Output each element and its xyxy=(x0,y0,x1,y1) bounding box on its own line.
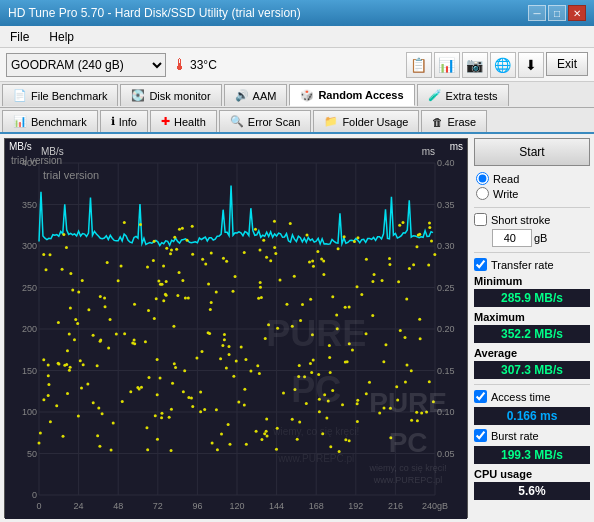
divider-2 xyxy=(474,252,590,253)
burst-rate-value: 199.3 MB/s xyxy=(474,446,590,464)
tabs-row1: 📄 File Benchmark 💽 Disk monitor 🔊 AAM 🎲 … xyxy=(0,82,594,108)
extra-tests-icon: 🧪 xyxy=(428,89,442,102)
tab-folder-usage-label: Folder Usage xyxy=(342,116,408,128)
thermometer-icon: 🌡 xyxy=(172,56,188,74)
transfer-rate-checkbox[interactable] xyxy=(474,258,487,271)
toolbar-icon-2[interactable]: 📊 xyxy=(434,52,460,78)
trial-watermark: trial version xyxy=(11,155,62,166)
access-time-value: 0.166 ms xyxy=(474,407,590,425)
temperature-display: 🌡 33°C xyxy=(172,56,217,74)
avg-stat: Average 307.3 MB/s xyxy=(474,347,590,379)
short-stroke-label[interactable]: Short stroke xyxy=(474,213,590,226)
max-label: Maximum xyxy=(474,311,590,323)
short-stroke-group: Short stroke gB xyxy=(474,213,590,247)
tab-erase[interactable]: 🗑 Erase xyxy=(421,110,487,132)
info-icon: ℹ xyxy=(111,115,115,128)
tab-aam-label: AAM xyxy=(253,90,277,102)
close-button[interactable]: ✕ xyxy=(568,5,586,21)
tab-benchmark-label: Benchmark xyxy=(31,116,87,128)
tab-extra-tests-label: Extra tests xyxy=(446,90,498,102)
tab-erase-label: Erase xyxy=(447,116,476,128)
menu-file[interactable]: File xyxy=(4,28,35,46)
transfer-rate-label[interactable]: Transfer rate xyxy=(474,258,590,271)
tab-folder-usage[interactable]: 📁 Folder Usage xyxy=(313,110,419,132)
menu-bar: File Help xyxy=(0,26,594,48)
folder-usage-icon: 📁 xyxy=(324,115,338,128)
transfer-rate-group: Transfer rate xyxy=(474,258,590,271)
disk-monitor-icon: 💽 xyxy=(131,89,145,102)
window-controls: ─ □ ✕ xyxy=(528,5,586,21)
tab-file-benchmark[interactable]: 📄 File Benchmark xyxy=(2,84,118,106)
tab-file-benchmark-label: File Benchmark xyxy=(31,90,107,102)
window-title: HD Tune Pro 5.70 - Hard Disk/SSD Utility… xyxy=(8,6,301,20)
toolbar-icon-1[interactable]: 📋 xyxy=(406,52,432,78)
burst-rate-group: Burst rate xyxy=(474,429,590,442)
access-time-group: Access time xyxy=(474,390,590,403)
min-label: Minimum xyxy=(474,275,590,287)
mode-radio-group: Read Write xyxy=(474,170,590,202)
tab-info-label: Info xyxy=(119,116,137,128)
aam-icon: 🔊 xyxy=(235,89,249,102)
divider-1 xyxy=(474,207,590,208)
cpu-label: CPU usage xyxy=(474,468,590,480)
tab-extra-tests[interactable]: 🧪 Extra tests xyxy=(417,84,509,106)
divider-3 xyxy=(474,384,590,385)
write-radio[interactable] xyxy=(476,187,489,200)
erase-icon: 🗑 xyxy=(432,116,443,128)
burst-rate-checkbox-label[interactable]: Burst rate xyxy=(474,429,590,442)
cpu-value: 5.6% xyxy=(474,482,590,500)
temperature-value: 33°C xyxy=(190,58,217,72)
tabs-row2: 📊 Benchmark ℹ Info ✚ Health 🔍 Error Scan… xyxy=(0,108,594,134)
logo-watermark: PURE PC wiemy, co się kręci! www.PUREPC.… xyxy=(369,383,447,487)
avg-value: 307.3 MB/s xyxy=(474,361,590,379)
y-axis-right-label: ms xyxy=(450,141,463,152)
main-content: MB/s ms trial version PURE PC wiemy, co … xyxy=(0,134,594,522)
maximize-button[interactable]: □ xyxy=(548,5,566,21)
max-stat: Maximum 352.2 MB/s xyxy=(474,311,590,343)
toolbar-icons: 📋 📊 📷 🌐 ⬇ Exit xyxy=(406,52,588,78)
cpu-stat: CPU usage 5.6% xyxy=(474,468,590,500)
menu-help[interactable]: Help xyxy=(43,28,80,46)
tab-benchmark[interactable]: 📊 Benchmark xyxy=(2,110,98,132)
spinbox-row: gB xyxy=(492,229,590,247)
write-radio-label[interactable]: Write xyxy=(476,187,588,200)
tab-error-scan[interactable]: 🔍 Error Scan xyxy=(219,110,312,132)
error-scan-icon: 🔍 xyxy=(230,115,244,128)
min-value: 285.9 MB/s xyxy=(474,289,590,307)
tab-info[interactable]: ℹ Info xyxy=(100,110,148,132)
gb-label: gB xyxy=(534,232,547,244)
avg-label: Average xyxy=(474,347,590,359)
min-stat: Minimum 285.9 MB/s xyxy=(474,275,590,307)
disk-selector[interactable]: GOODRAM (240 gB) xyxy=(6,53,166,77)
chart-area: MB/s ms trial version PURE PC wiemy, co … xyxy=(4,138,468,518)
toolbar-icon-3[interactable]: 📷 xyxy=(462,52,488,78)
random-access-icon: 🎲 xyxy=(300,89,314,102)
tab-random-access[interactable]: 🎲 Random Access xyxy=(289,84,414,106)
tab-disk-monitor[interactable]: 💽 Disk monitor xyxy=(120,84,221,106)
benchmark-icon: 📊 xyxy=(13,115,27,128)
read-radio[interactable] xyxy=(476,172,489,185)
toolbar-icon-5[interactable]: ⬇ xyxy=(518,52,544,78)
minimize-button[interactable]: ─ xyxy=(528,5,546,21)
tab-health[interactable]: ✚ Health xyxy=(150,110,217,132)
access-time-checkbox-label[interactable]: Access time xyxy=(474,390,590,403)
exit-button[interactable]: Exit xyxy=(546,52,588,76)
right-panel: Start Read Write Short stroke gB xyxy=(474,138,590,518)
toolbar: GOODRAM (240 gB) 🌡 33°C 📋 📊 📷 🌐 ⬇ Exit xyxy=(0,48,594,82)
burst-rate-checkbox[interactable] xyxy=(474,429,487,442)
short-stroke-checkbox[interactable] xyxy=(474,213,487,226)
max-value: 352.2 MB/s xyxy=(474,325,590,343)
toolbar-icon-4[interactable]: 🌐 xyxy=(490,52,516,78)
read-radio-label[interactable]: Read xyxy=(476,172,588,185)
tab-disk-monitor-label: Disk monitor xyxy=(149,90,210,102)
title-bar: HD Tune Pro 5.70 - Hard Disk/SSD Utility… xyxy=(0,0,594,26)
file-benchmark-icon: 📄 xyxy=(13,89,27,102)
start-button[interactable]: Start xyxy=(474,138,590,166)
access-time-checkbox[interactable] xyxy=(474,390,487,403)
tab-error-scan-label: Error Scan xyxy=(248,116,301,128)
y-axis-left-label: MB/s xyxy=(9,141,32,152)
gb-spinbox[interactable] xyxy=(492,229,532,247)
tab-random-access-label: Random Access xyxy=(318,89,403,101)
tab-aam[interactable]: 🔊 AAM xyxy=(224,84,288,106)
tab-health-label: Health xyxy=(174,116,206,128)
